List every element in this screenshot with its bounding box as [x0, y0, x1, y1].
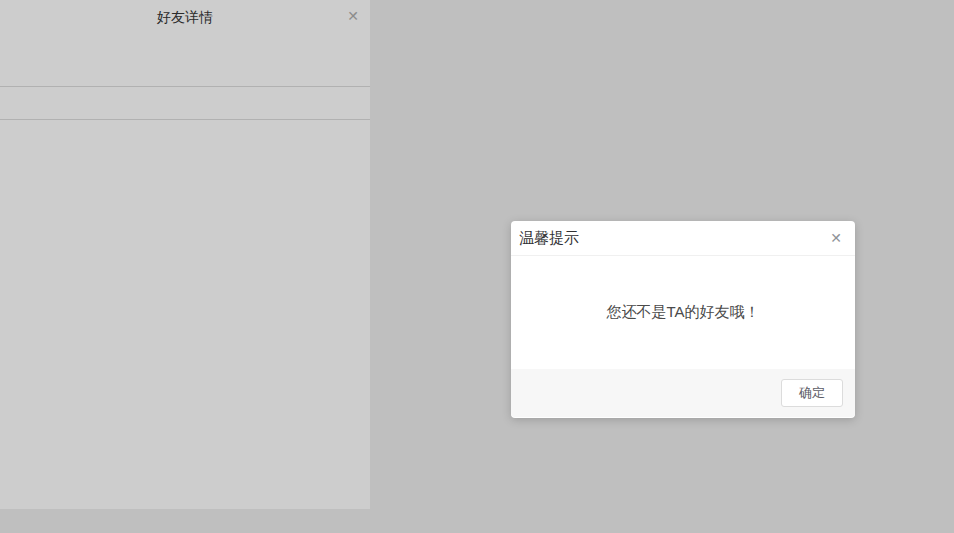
friend-detail-title: 好友详情: [0, 0, 370, 27]
dialog-header: 温馨提示 ✕: [511, 221, 855, 256]
dialog-title: 温馨提示: [519, 229, 579, 248]
warm-tip-dialog: 温馨提示 ✕ 您还不是TA的好友哦！ 确定: [511, 221, 855, 418]
friend-detail-header: 好友详情 ✕: [0, 0, 370, 87]
friend-detail-panel: 好友详情 ✕: [0, 0, 370, 509]
confirm-button[interactable]: 确定: [781, 379, 843, 407]
panel-close-icon[interactable]: ✕: [344, 7, 362, 25]
dialog-footer: 确定: [511, 369, 855, 417]
friend-detail-empty-row: [0, 87, 370, 120]
dialog-body: 您还不是TA的好友哦！: [511, 256, 855, 369]
dialog-message: 您还不是TA的好友哦！: [606, 303, 759, 322]
dialog-close-icon[interactable]: ✕: [827, 229, 845, 247]
